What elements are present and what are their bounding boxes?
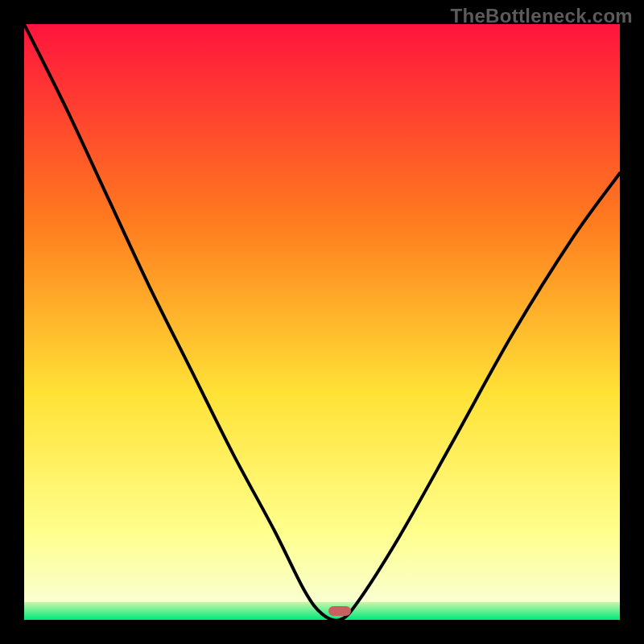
watermark-text: TheBottleneck.com xyxy=(451,5,633,27)
plot-area xyxy=(24,24,620,620)
bottleneck-curve-path xyxy=(24,24,620,620)
bottleneck-curve-svg xyxy=(24,24,620,620)
chart-frame: TheBottleneck.com xyxy=(0,0,644,644)
optimal-point-marker xyxy=(328,606,351,616)
